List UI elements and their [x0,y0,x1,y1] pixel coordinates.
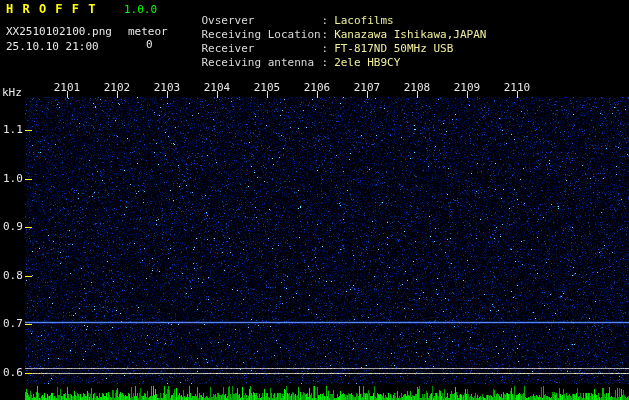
x-tick-label: 2102 [104,82,131,94]
output-filename: XX2510102100.png [6,26,112,38]
khz-axis-label: kHz [2,87,22,99]
timestamp: 25.10.10 21:00 [6,41,99,53]
antenna-label: Receiving antenna [202,57,322,69]
y-tick-label: 1.1 [3,124,23,136]
x-tick-label: 2110 [504,82,531,94]
info-row-antenna: Receiving antenna:2ele HB9CY [175,45,400,81]
app-title: H R O F F T [6,3,96,15]
antenna-value: 2ele HB9CY [334,56,400,69]
y-tick-label: 0.9 [3,221,23,233]
meteor-count: 0 [146,39,153,51]
x-tick-label: 2109 [454,82,481,94]
x-tick-label: 2103 [154,82,181,94]
mode-label: meteor [128,26,168,38]
colon: : [322,56,329,69]
y-tick-label: 1.0 [3,173,23,185]
x-tick-label: 2101 [54,82,81,94]
x-tick-label: 2106 [304,82,331,94]
y-tick-label: 0.7 [3,318,23,330]
x-tick-label: 2105 [254,82,281,94]
y-tick-label: 0.6 [3,367,23,379]
x-tick-label: 2104 [204,82,231,94]
y-tick-label: 0.8 [3,270,23,282]
x-tick-label: 2108 [404,82,431,94]
hrofft-screen: 2101210221032104210521062107210821092110… [0,0,629,400]
app-version: 1.0.0 [124,4,157,16]
x-tick-label: 2107 [354,82,381,94]
